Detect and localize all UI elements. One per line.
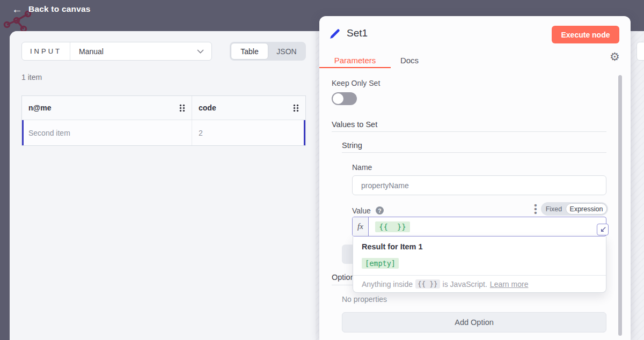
chevron-down-icon (197, 42, 211, 60)
toggle-knob (333, 93, 343, 104)
drag-handle-icon[interactable] (293, 104, 299, 112)
row-selection-bar (22, 120, 24, 145)
fx-icon: fx (353, 217, 369, 236)
back-arrow-icon: ← (12, 4, 23, 14)
preview-footer: Anything inside {{ }} is JavaScript. Lea… (353, 275, 606, 292)
mode-expression-button[interactable]: Expression (566, 203, 607, 215)
learn-more-link[interactable]: Learn more (490, 280, 529, 289)
node-title: Set1 (347, 27, 368, 39)
table-header-row: n@me code (22, 96, 305, 120)
edit-pencil-icon[interactable] (328, 27, 341, 40)
panel-scrollbar[interactable] (618, 75, 622, 336)
add-option-button[interactable]: Add Option (342, 312, 606, 332)
hint-text: Anything inside (362, 280, 413, 289)
tab-docs[interactable]: Docs (397, 53, 422, 68)
column-title: code (199, 104, 216, 112)
execute-node-button[interactable]: Execute node (552, 26, 619, 43)
view-mode-toggle: Table JSON (230, 42, 306, 61)
table-row[interactable]: Second item 2 (22, 120, 305, 145)
back-to-canvas[interactable]: ← Back to canvas (12, 4, 91, 14)
input-source-select[interactable]: INPUT Manual (21, 42, 212, 61)
drag-handle-icon[interactable] (179, 104, 185, 112)
kebab-menu-icon[interactable]: ••• (532, 203, 539, 215)
values-to-set-label: Values to Set (332, 120, 377, 129)
string-section-label: String (342, 141, 362, 150)
table-cell-name[interactable]: Second item (22, 120, 192, 145)
items-count: 1 item (21, 73, 42, 82)
expression-value[interactable]: {{ }} (375, 221, 410, 232)
no-properties-text: No properties (342, 295, 387, 304)
expand-expression-icon[interactable] (597, 224, 609, 235)
table-header-code[interactable]: code (192, 96, 305, 120)
input-panel (10, 31, 316, 340)
keep-only-set-toggle[interactable] (332, 92, 357, 105)
table-view-button[interactable]: Table (231, 43, 268, 60)
help-icon[interactable]: ? (376, 206, 384, 215)
active-tab-underline (319, 67, 391, 68)
column-title: n@me (28, 104, 51, 112)
preview-result: [empty] (362, 258, 399, 269)
mode-fixed-button[interactable]: Fixed (542, 203, 566, 215)
input-data-table: n@me code Second item 2 (21, 95, 306, 146)
expression-editor[interactable]: fx {{ }} (352, 217, 606, 236)
expression-preview-dropdown: Result for Item 1 [empty] Anything insid… (353, 236, 606, 293)
table-header-name[interactable]: n@me (22, 96, 192, 120)
json-view-button[interactable]: JSON (268, 43, 305, 60)
section-divider (332, 131, 606, 132)
input-source-value: Manual (70, 42, 197, 60)
preview-title: Result for Item 1 (362, 242, 423, 251)
tab-parameters[interactable]: Parameters (319, 53, 391, 68)
table-cell-code[interactable]: 2 (192, 120, 305, 145)
name-input[interactable] (352, 175, 606, 195)
hint-text: is JavaScript. (443, 280, 487, 289)
name-field-label: Name (352, 163, 372, 172)
output-panel-label: OUTPUT (636, 42, 644, 61)
value-mode-toggle: Fixed Expression (541, 202, 608, 216)
value-field-label: Value (352, 206, 371, 215)
row-selection-bar (304, 120, 305, 145)
gear-icon[interactable]: ⚙ (610, 51, 620, 62)
back-label: Back to canvas (28, 4, 91, 14)
keep-only-set-label: Keep Only Set (332, 79, 380, 87)
section-divider (342, 152, 606, 153)
hint-code-chip: {{ }} (415, 279, 440, 289)
input-panel-label: INPUT (22, 42, 70, 60)
